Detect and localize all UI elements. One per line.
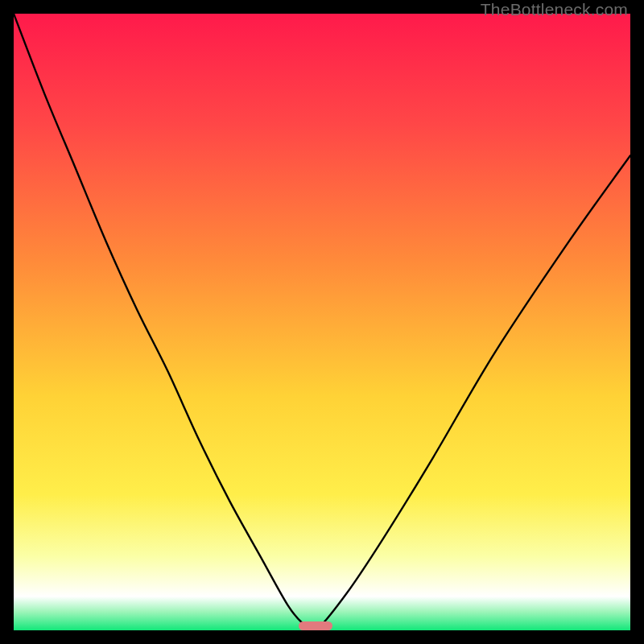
- watermark-text: TheBottleneck.com: [481, 0, 628, 19]
- optimal-marker: [299, 621, 332, 630]
- bottleneck-curve: [14, 14, 630, 630]
- chart-frame: [14, 14, 630, 630]
